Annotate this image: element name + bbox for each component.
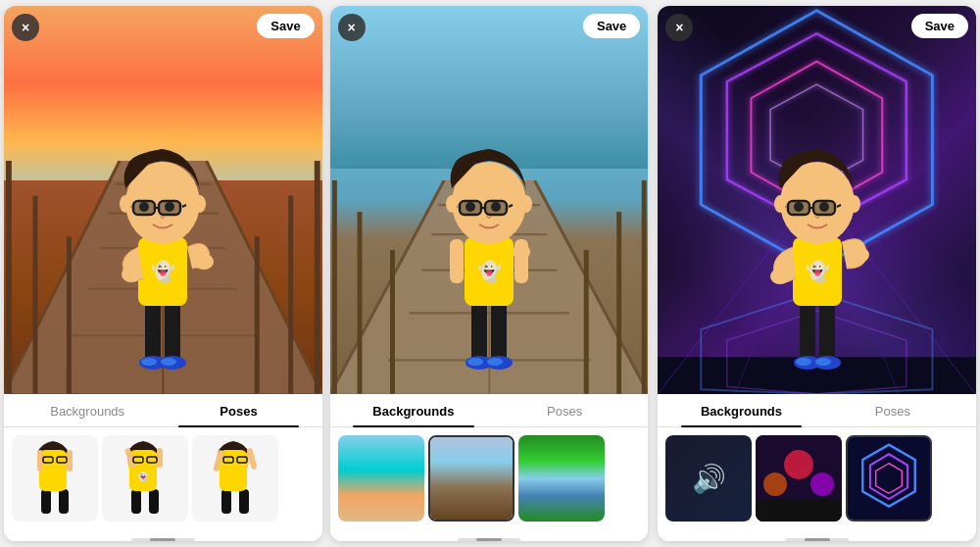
svg-point-24 [194, 254, 214, 270]
svg-rect-74 [390, 250, 395, 394]
bottom-section-1: Backgrounds Poses [4, 394, 322, 541]
avatar-2: 👻 [420, 110, 558, 394]
bottom-section-2: Backgrounds Poses [330, 394, 649, 541]
bg-thumb-pier[interactable] [428, 435, 514, 522]
svg-rect-38 [41, 489, 51, 514]
bg-thumb-speakers[interactable]: 🔊 [665, 435, 752, 522]
tabs-2: Backgrounds Poses [330, 394, 649, 427]
svg-text:👻: 👻 [151, 260, 175, 283]
svg-rect-39 [59, 489, 69, 514]
avatar-section-1: 👻 [4, 6, 322, 394]
svg-point-136 [784, 450, 813, 479]
tab-poses-3[interactable]: Poses [817, 394, 968, 426]
svg-point-120 [770, 269, 790, 284]
svg-rect-79 [491, 301, 507, 365]
save-button-3[interactable]: Save [911, 14, 968, 38]
svg-rect-78 [471, 301, 487, 365]
svg-point-121 [850, 247, 869, 263]
svg-rect-51 [157, 448, 163, 468]
svg-rect-55 [221, 489, 231, 514]
bottom-section-3: Backgrounds Poses 🔊 [658, 394, 976, 541]
tabs-1: Backgrounds Poses [4, 394, 322, 427]
scroll-indicator-2 [458, 538, 521, 541]
svg-rect-72 [332, 180, 337, 394]
svg-point-88 [513, 244, 530, 260]
tab-poses-2[interactable]: Poses [489, 394, 640, 426]
bg-thumb-neon-hex[interactable] [846, 435, 932, 522]
tab-backgrounds-1[interactable]: Backgrounds [12, 394, 163, 426]
svg-point-116 [796, 358, 811, 366]
svg-rect-43 [67, 450, 73, 472]
avatar-3: 👻 [749, 110, 886, 394]
panel-2: 👻 [330, 6, 649, 541]
svg-rect-73 [357, 212, 362, 394]
bg-thumb-stage[interactable] [756, 435, 842, 522]
svg-rect-11 [67, 237, 72, 394]
pose-thumb-3[interactable] [192, 435, 278, 522]
bg-thumb-beach[interactable] [338, 435, 424, 522]
svg-rect-139 [756, 499, 842, 522]
svg-rect-113 [819, 301, 835, 365]
svg-rect-56 [239, 489, 249, 514]
svg-rect-112 [800, 301, 815, 365]
svg-point-132 [819, 202, 829, 212]
svg-rect-46 [131, 489, 141, 514]
avatar-section-3: 👻 [658, 6, 976, 394]
svg-text:👻: 👻 [137, 471, 150, 483]
svg-text:👻: 👻 [477, 260, 502, 283]
svg-point-82 [467, 358, 483, 366]
svg-rect-42 [37, 450, 43, 472]
pose-thumb-1[interactable] [12, 435, 98, 522]
svg-point-100 [446, 195, 458, 213]
svg-point-99 [491, 202, 501, 212]
bg-thumbnails-2 [330, 427, 649, 534]
svg-rect-47 [149, 489, 159, 514]
panel-3: 👻 [658, 6, 976, 541]
save-button-2[interactable]: Save [583, 14, 640, 38]
pose-thumbnails-1: 👻 [4, 427, 322, 534]
svg-rect-12 [315, 161, 320, 394]
svg-point-138 [810, 472, 834, 496]
avatar-section-2: 👻 [330, 6, 649, 394]
tab-poses-1[interactable]: Poses [163, 394, 314, 426]
svg-point-83 [487, 358, 503, 366]
svg-point-134 [849, 195, 860, 213]
svg-point-34 [139, 202, 149, 212]
svg-point-133 [774, 195, 786, 213]
svg-point-117 [815, 358, 831, 366]
tabs-3: Backgrounds Poses [658, 394, 976, 427]
bg-thumb-waterfall[interactable] [518, 435, 605, 522]
close-button-2[interactable]: × [338, 14, 366, 41]
scroll-indicator-1 [131, 538, 195, 541]
svg-rect-14 [255, 237, 260, 394]
svg-text:👻: 👻 [805, 260, 829, 283]
svg-point-19 [141, 358, 157, 366]
svg-point-35 [165, 202, 174, 212]
svg-point-20 [161, 358, 176, 366]
svg-rect-10 [33, 196, 38, 394]
svg-rect-75 [641, 180, 646, 394]
pose-thumb-2[interactable]: 👻 [102, 435, 188, 522]
svg-rect-77 [583, 250, 588, 394]
svg-rect-16 [165, 301, 180, 365]
tab-backgrounds-3[interactable]: Backgrounds [665, 394, 816, 426]
svg-rect-15 [145, 301, 161, 365]
save-button-1[interactable]: Save [257, 14, 314, 38]
svg-rect-76 [616, 212, 621, 394]
svg-rect-13 [288, 196, 293, 394]
bg-thumbnails-3: 🔊 [658, 427, 976, 534]
svg-rect-86 [450, 239, 464, 283]
close-button-1[interactable]: × [12, 14, 39, 41]
svg-point-131 [794, 202, 804, 212]
tab-backgrounds-2[interactable]: Backgrounds [338, 394, 489, 426]
svg-point-101 [520, 195, 532, 213]
svg-point-98 [466, 202, 475, 212]
svg-point-37 [194, 195, 206, 213]
panel-1: 👻 [4, 6, 322, 541]
svg-rect-9 [6, 161, 12, 394]
avatar-1: 👻 [94, 110, 231, 394]
scroll-indicator-3 [785, 538, 849, 541]
svg-point-137 [763, 472, 787, 496]
svg-point-36 [120, 195, 131, 213]
svg-point-23 [122, 267, 141, 282]
